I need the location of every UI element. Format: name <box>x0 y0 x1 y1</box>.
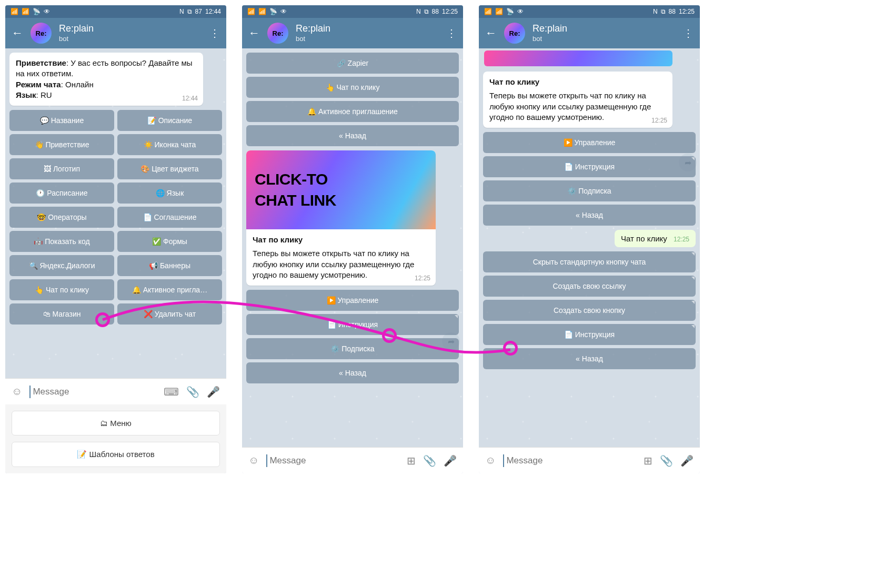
phone-screen-3: 📶 📶 📡 👁 N ⧉ 88 12:25 ← Re: Re:plain bot … <box>479 5 700 473</box>
card-message: CLICK-TO CHAT LINK Чат по клику Теперь в… <box>246 150 436 286</box>
inline-button[interactable]: 👆 Чат по клику <box>9 279 114 300</box>
back-arrow-icon[interactable]: ← <box>12 26 23 40</box>
inline-button[interactable]: « Назад <box>246 125 459 146</box>
signal-icon: 📶 <box>495 8 503 15</box>
templates-button[interactable]: 📝 Шаблоны ответов <box>12 442 220 467</box>
chat-title: Re:plain <box>296 23 439 35</box>
bot-avatar[interactable]: Re: <box>31 23 52 44</box>
inline-button[interactable]: « Назад <box>483 205 696 226</box>
attach-icon[interactable]: 📎 <box>660 454 673 467</box>
inline-button[interactable]: 🔔 Активное пригла… <box>117 279 222 300</box>
signal-icon: 📶 <box>258 8 266 15</box>
nfc-icon: N <box>653 8 658 15</box>
eye-icon: 👁 <box>517 8 524 15</box>
outgoing-message: Чат по клику 12:25 <box>615 230 696 247</box>
inline-button[interactable]: « Назад <box>246 362 459 383</box>
inline-button[interactable]: 📄 Инструкция <box>246 314 459 335</box>
inline-button[interactable]: ⚙️ Подписка <box>483 180 696 201</box>
attach-icon[interactable]: 📎 <box>186 386 199 398</box>
inline-button[interactable]: Создать свою кнопку <box>483 300 696 321</box>
keyboard-icon[interactable]: ⌨ <box>164 386 179 398</box>
card-body: Теперь вы можете открыть чат по клику на… <box>253 248 429 280</box>
wifi-icon: 📡 <box>33 8 41 15</box>
message-input[interactable] <box>266 454 399 467</box>
inline-button[interactable]: 📄 Инструкция <box>483 156 696 177</box>
mic-icon[interactable]: 🎤 <box>680 454 694 467</box>
inline-button[interactable]: 🤖 Показать код <box>9 231 114 252</box>
more-icon[interactable]: ⋮ <box>209 27 220 39</box>
message-input[interactable] <box>503 454 636 467</box>
inline-button[interactable]: 🎨 Цвет виджета <box>117 158 222 179</box>
more-icon[interactable]: ⋮ <box>446 27 457 39</box>
link-corner-icon <box>691 277 695 280</box>
inline-button[interactable]: 👋 Приветствие <box>9 134 114 155</box>
message-time: 12:25 <box>651 116 667 125</box>
clock: 12:44 <box>205 8 221 15</box>
card-body: Теперь вы можете открыть чат по клику на… <box>489 90 666 123</box>
message-time: 12:44 <box>182 94 198 103</box>
incoming-message: Приветствие: У вас есть вопросы? Давайте… <box>9 53 203 106</box>
emoji-icon[interactable]: ☺ <box>12 386 22 398</box>
mic-icon[interactable]: 🎤 <box>444 454 457 467</box>
message-input[interactable] <box>29 386 156 398</box>
inline-button[interactable]: 📝 Описание <box>117 110 222 131</box>
inline-button[interactable]: 🖼 Логотип <box>9 158 114 179</box>
inline-button[interactable]: ❌ Удалить чат <box>117 303 222 325</box>
inline-button[interactable]: ▶️ Управление <box>246 290 459 311</box>
bot-avatar[interactable]: Re: <box>504 23 525 44</box>
message-input-bar: ☺ ⊞ 📎 🎤 <box>242 447 463 473</box>
emoji-icon[interactable]: ☺ <box>485 454 496 467</box>
mic-icon[interactable]: 🎤 <box>207 386 220 398</box>
chat-subtitle: bot <box>296 35 439 43</box>
chat-header: ← Re: Re:plain bot ⋮ <box>242 18 463 48</box>
bluetooth-icon: ⧉ <box>187 8 192 15</box>
link-corner-icon <box>455 315 458 318</box>
inline-keyboard: 💬 Название📝 Описание👋 Приветствие☀️ Икон… <box>7 108 224 327</box>
inline-button[interactable]: Скрыть стандартную кнопку чата <box>483 251 696 272</box>
back-arrow-icon[interactable]: ← <box>248 26 260 40</box>
chat-subtitle: bot <box>59 35 202 43</box>
inline-keyboard-top: 🔗 Zapier👆 Чат по клику🔔 Активное приглаш… <box>244 50 461 148</box>
inline-button[interactable]: 🌐 Язык <box>117 183 222 204</box>
more-icon[interactable]: ⋮ <box>683 27 694 39</box>
inline-button[interactable]: « Назад <box>483 348 696 369</box>
clock: 12:25 <box>442 8 458 15</box>
menu-button[interactable]: 🗂 Меню <box>12 411 220 435</box>
attach-icon[interactable]: 📎 <box>423 454 436 467</box>
bot-avatar[interactable]: Re: <box>267 23 288 44</box>
inline-button[interactable]: ⚙️ Подписка <box>246 338 459 359</box>
inline-button[interactable]: 📄 Соглашение <box>117 207 222 228</box>
inline-button[interactable]: ☀️ Иконка чата <box>117 134 222 155</box>
chat-subtitle: bot <box>533 35 676 43</box>
inline-button[interactable]: 👆 Чат по клику <box>246 77 459 98</box>
inline-button[interactable]: ✅ Формы <box>117 231 222 252</box>
emoji-icon[interactable]: ☺ <box>248 454 259 467</box>
inline-button[interactable]: 🔍 Яндекс.Диалоги <box>9 255 114 276</box>
signal-icon: 📶 <box>247 8 255 15</box>
battery-level: 87 <box>195 8 202 15</box>
bluetooth-icon: ⧉ <box>424 8 429 15</box>
inline-button[interactable]: 🤓 Операторы <box>9 207 114 228</box>
inline-button[interactable]: 📄 Инструкция <box>483 324 696 345</box>
inline-button[interactable]: ▶️ Управление <box>483 132 696 153</box>
wifi-icon: 📡 <box>506 8 514 15</box>
inline-button[interactable]: 📢 Баннеры <box>117 255 222 276</box>
link-corner-icon <box>691 325 695 328</box>
wifi-icon: 📡 <box>269 8 277 15</box>
back-arrow-icon[interactable]: ← <box>485 26 497 40</box>
status-bar: 📶 📶 📡 👁 N ⧉ 88 12:25 <box>479 5 700 18</box>
inline-button[interactable]: Создать свою ссылку <box>483 276 696 297</box>
inline-keyboard-bottom: ▶️ Управление📄 Инструкция⚙️ Подписка« На… <box>244 288 461 386</box>
eye-icon: 👁 <box>280 8 287 15</box>
inline-button[interactable]: 🕐 Расписание <box>9 183 114 204</box>
signal-icon: 📶 <box>22 8 29 15</box>
inline-button[interactable]: 💬 Название <box>9 110 114 131</box>
commands-icon[interactable]: ⊞ <box>407 454 416 467</box>
phone-screen-1: 📶 📶 📡 👁 N ⧉ 87 12:44 ← Re: Re:plain bot … <box>5 5 226 473</box>
inline-button[interactable]: 🔔 Активное приглашение <box>246 101 459 122</box>
message-input-bar: ☺ ⌨ 📎 🎤 <box>5 378 226 404</box>
inline-button[interactable]: 🛍 Магазин <box>9 303 114 325</box>
inline-button[interactable]: 🔗 Zapier <box>246 53 459 74</box>
inline-keyboard-mid: ▶️ Управление📄 Инструкция⚙️ Подписка« На… <box>481 130 698 228</box>
commands-icon[interactable]: ⊞ <box>644 454 652 467</box>
